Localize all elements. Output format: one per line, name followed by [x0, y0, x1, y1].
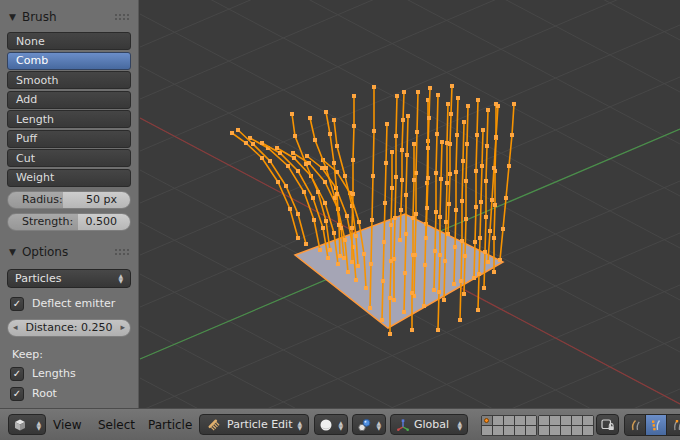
- collapse-triangle-icon[interactable]: ▼: [9, 247, 16, 257]
- layer-cell[interactable]: [550, 416, 560, 425]
- particle-select-mode-group: [624, 414, 680, 436]
- brush-none-button[interactable]: None: [7, 32, 131, 50]
- distance-field[interactable]: ◂ Distance: 0.250 ▸: [7, 319, 131, 337]
- layer-cell[interactable]: [504, 416, 514, 425]
- grid-lines: [140, 0, 680, 408]
- layers-widget-left: [481, 415, 537, 436]
- orientation-dropdown[interactable]: Global ▲▼: [390, 414, 468, 435]
- lengths-checkbox[interactable]: ✓: [10, 367, 24, 381]
- mode-dropdown[interactable]: Particle Edit ▲▼: [199, 414, 309, 435]
- layer-cell[interactable]: [583, 416, 593, 425]
- layer-cell[interactable]: [550, 426, 560, 435]
- active-layer-dot-icon: [484, 418, 489, 423]
- shading-sphere-icon: [319, 418, 333, 432]
- brush-length-button[interactable]: Length: [7, 110, 131, 128]
- deflect-emitter-label: Deflect emitter: [32, 297, 115, 310]
- point-select-icon: [648, 417, 664, 433]
- comb-icon: [206, 417, 221, 432]
- root-checkbox[interactable]: ✓: [10, 387, 24, 401]
- path-edit-mode-button[interactable]: [625, 415, 645, 435]
- keep-root-row: ✓ Root: [10, 387, 128, 401]
- brush-button-list: None Comb Smooth Add Length Puff Cut Wei…: [7, 32, 131, 187]
- brush-puff-button[interactable]: Puff: [7, 130, 131, 148]
- strength-value: 0.500: [86, 215, 118, 228]
- radius-slider[interactable]: Radius: 50 px: [7, 191, 131, 209]
- header-bar: ▲▼ View Select Particle Particle Edit ▲▼…: [0, 408, 680, 440]
- increment-arrow-icon[interactable]: ▸: [120, 322, 125, 332]
- brush-comb-button[interactable]: Comb: [7, 52, 131, 70]
- tip-select-icon: [669, 417, 680, 433]
- lock-to-scene-button[interactable]: [596, 414, 619, 435]
- brush-weight-button[interactable]: Weight: [7, 169, 131, 187]
- options-panel-header[interactable]: ▼ Options: [0, 244, 138, 261]
- strength-label: Strength:: [22, 215, 73, 228]
- layer-cell[interactable]: [515, 426, 525, 435]
- tool-shelf: ▼ Brush None Comb Smooth Add Length Puff…: [0, 0, 139, 408]
- decrement-arrow-icon[interactable]: ◂: [13, 322, 18, 332]
- layer-cell[interactable]: [561, 416, 571, 425]
- layers-widget-right: [538, 415, 594, 436]
- brush-smooth-button[interactable]: Smooth: [7, 71, 131, 89]
- layer-cell[interactable]: [493, 426, 503, 435]
- point-select-mode-button[interactable]: [646, 415, 666, 435]
- particles-dropdown-value: Particles: [15, 272, 61, 285]
- panel-grip-icon[interactable]: [114, 248, 129, 256]
- tip-select-mode-button[interactable]: [667, 415, 680, 435]
- brush-add-button[interactable]: Add: [7, 91, 131, 109]
- options-panel-title: Options: [22, 245, 68, 259]
- layer-cell[interactable]: [504, 426, 514, 435]
- deflect-emitter-row: ✓ Deflect emitter: [10, 297, 128, 311]
- collapse-triangle-icon[interactable]: ▼: [9, 12, 16, 22]
- strength-slider[interactable]: Strength: 0.500: [7, 213, 131, 231]
- lengths-label: Lengths: [32, 367, 76, 380]
- brush-cut-button[interactable]: Cut: [7, 149, 131, 167]
- editor-type-dropdown[interactable]: ▲▼: [8, 414, 46, 435]
- layer-cell[interactable]: [572, 416, 582, 425]
- updown-arrows-icon: ▲▼: [338, 420, 343, 430]
- layer-cell[interactable]: [583, 426, 593, 435]
- updown-arrows-icon: ▲▼: [36, 420, 41, 430]
- brush-panel-title: Brush: [22, 10, 57, 24]
- deflect-emitter-checkbox[interactable]: ✓: [10, 297, 24, 311]
- path-edit-icon: [627, 417, 643, 433]
- axis-manipulator-icon: [396, 418, 410, 432]
- layer-cell[interactable]: [526, 426, 536, 435]
- updown-arrows-icon: ▲▼: [118, 273, 123, 283]
- lock-icon: [600, 417, 615, 432]
- viewport-shading-dropdown[interactable]: ▲▼: [314, 414, 348, 435]
- layer-cell[interactable]: [482, 416, 492, 425]
- brush-panel-header[interactable]: ▼ Brush: [0, 8, 138, 25]
- layer-cell[interactable]: [539, 426, 549, 435]
- 3d-view-editor-icon: [13, 418, 27, 432]
- mode-dropdown-value: Particle Edit: [227, 418, 292, 431]
- updown-arrows-icon: ▲▼: [457, 420, 462, 430]
- orientation-dropdown-value: Global: [414, 418, 449, 431]
- layer-cell[interactable]: [526, 416, 536, 425]
- keep-label: Keep:: [12, 348, 128, 361]
- particle-menu[interactable]: Particle: [148, 409, 192, 440]
- layer-cell[interactable]: [572, 426, 582, 435]
- select-menu[interactable]: Select: [98, 409, 135, 440]
- layer-cell[interactable]: [561, 426, 571, 435]
- view-menu[interactable]: View: [53, 409, 81, 440]
- layer-cell[interactable]: [493, 416, 503, 425]
- updown-arrows-icon: ▲▼: [376, 420, 381, 430]
- panel-grip-icon[interactable]: [114, 13, 129, 21]
- layer-cell[interactable]: [539, 416, 549, 425]
- emitter-plane[interactable]: [295, 214, 503, 328]
- pivot-point-icon: [357, 418, 371, 432]
- radius-value: 50 px: [86, 193, 117, 206]
- particles-dropdown[interactable]: Particles ▲▼: [7, 269, 131, 288]
- distance-label: Distance:: [26, 321, 78, 334]
- layer-cell[interactable]: [515, 416, 525, 425]
- keep-lengths-row: ✓ Lengths: [10, 367, 128, 381]
- pivot-point-dropdown[interactable]: ▲▼: [352, 414, 386, 435]
- root-label: Root: [32, 387, 57, 400]
- distance-value: 0.250: [81, 321, 113, 334]
- updown-arrows-icon: ▲▼: [297, 420, 302, 430]
- layer-cell[interactable]: [482, 426, 492, 435]
- radius-label: Radius:: [22, 193, 63, 206]
